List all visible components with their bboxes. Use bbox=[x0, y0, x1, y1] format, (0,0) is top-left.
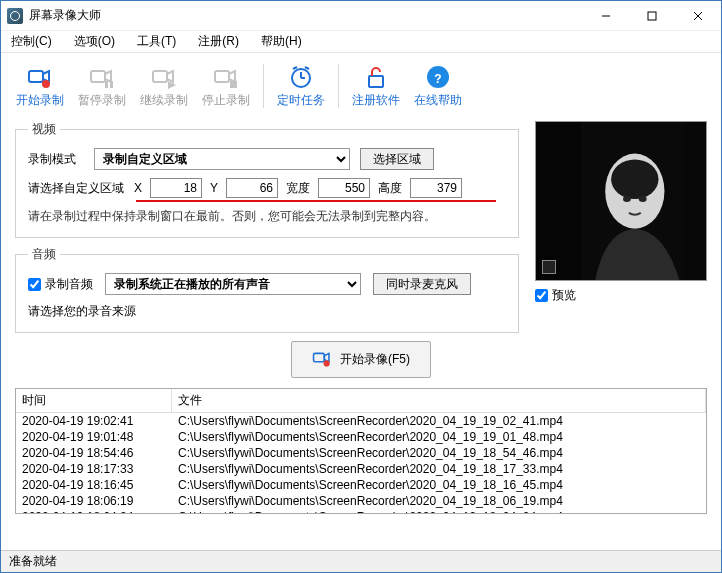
svg-point-26 bbox=[324, 360, 330, 366]
select-area-button[interactable]: 选择区域 bbox=[360, 148, 434, 170]
preview-image bbox=[535, 121, 707, 281]
table-row[interactable]: 2020-04-19 19:01:48C:\Users\flywi\Docume… bbox=[16, 429, 706, 445]
help-icon: ? bbox=[425, 64, 451, 90]
table-row[interactable]: 2020-04-19 18:06:19C:\Users\flywi\Docume… bbox=[16, 493, 706, 509]
cell-time: 2020-04-19 19:02:41 bbox=[16, 413, 172, 429]
svg-rect-1 bbox=[648, 12, 656, 20]
cell-file: C:\Users\flywi\Documents\ScreenRecorder\… bbox=[172, 413, 706, 429]
col-time[interactable]: 时间 bbox=[16, 389, 172, 412]
cell-time: 2020-04-19 18:06:19 bbox=[16, 493, 172, 509]
tool-stop-record[interactable]: 停止录制 bbox=[197, 58, 255, 114]
svg-point-20 bbox=[611, 160, 658, 200]
cell-file: C:\Users\flywi\Documents\ScreenRecorder\… bbox=[172, 493, 706, 509]
app-icon bbox=[7, 8, 23, 24]
menubar: 控制(C) 选项(O) 工具(T) 注册(R) 帮助(H) bbox=[1, 31, 721, 53]
preview-panel: 预览 bbox=[535, 121, 707, 333]
toolbar-separator bbox=[263, 64, 264, 108]
video-group: 视频 录制模式 录制自定义区域 选择区域 请选择自定义区域 X Y 宽度 bbox=[15, 121, 519, 238]
menu-register[interactable]: 注册(R) bbox=[194, 31, 243, 52]
svg-rect-9 bbox=[153, 71, 167, 82]
audio-group: 音频 录制音频 录制系统正在播放的所有声音 同时录麦克风 请选择您的录音来源 bbox=[15, 246, 519, 333]
status-text: 准备就绪 bbox=[9, 553, 57, 570]
table-row[interactable]: 2020-04-19 18:17:33C:\Users\flywi\Docume… bbox=[16, 461, 706, 477]
cell-file: C:\Users\flywi\Documents\ScreenRecorder\… bbox=[172, 429, 706, 445]
clock-icon bbox=[288, 64, 314, 90]
tool-start-record[interactable]: 开始录制 bbox=[11, 58, 69, 114]
camera-pause-icon bbox=[89, 64, 115, 90]
svg-point-21 bbox=[623, 196, 631, 202]
table-row[interactable]: 2020-04-19 18:04:24C:\Users\flywi\Docume… bbox=[16, 509, 706, 514]
minimize-button[interactable] bbox=[583, 1, 629, 31]
camera-stop-icon bbox=[213, 64, 239, 90]
menu-options[interactable]: 选项(O) bbox=[70, 31, 119, 52]
width-label: 宽度 bbox=[284, 180, 312, 197]
record-audio-checkbox[interactable]: 录制音频 bbox=[28, 276, 93, 293]
cell-time: 2020-04-19 18:16:45 bbox=[16, 477, 172, 493]
cell-file: C:\Users\flywi\Documents\ScreenRecorder\… bbox=[172, 477, 706, 493]
cell-time: 2020-04-19 18:04:24 bbox=[16, 509, 172, 514]
mic-button[interactable]: 同时录麦克风 bbox=[373, 273, 471, 295]
video-note: 请在录制过程中保持录制窗口在最前。否则，您可能会无法录制到完整内容。 bbox=[28, 208, 506, 225]
mode-label: 录制模式 bbox=[28, 151, 84, 168]
svg-rect-7 bbox=[105, 81, 108, 88]
tool-resume-record[interactable]: 继续录制 bbox=[135, 58, 193, 114]
audio-src-label: 请选择您的录音来源 bbox=[28, 303, 506, 320]
svg-rect-10 bbox=[215, 71, 229, 82]
camera-record-icon bbox=[312, 348, 332, 371]
recordings-list[interactable]: 时间 文件 2020-04-19 19:02:41C:\Users\flywi\… bbox=[15, 388, 707, 514]
svg-rect-8 bbox=[110, 81, 113, 88]
svg-point-22 bbox=[639, 196, 647, 202]
cell-time: 2020-04-19 19:01:48 bbox=[16, 429, 172, 445]
menu-control[interactable]: 控制(C) bbox=[7, 31, 56, 52]
menu-help[interactable]: 帮助(H) bbox=[257, 31, 306, 52]
window-title: 屏幕录像大师 bbox=[29, 7, 583, 24]
preview-checkbox[interactable]: 预览 bbox=[535, 287, 707, 304]
y-input[interactable] bbox=[226, 178, 278, 198]
unlock-icon bbox=[363, 64, 389, 90]
table-row[interactable]: 2020-04-19 18:54:46C:\Users\flywi\Docume… bbox=[16, 445, 706, 461]
close-button[interactable] bbox=[675, 1, 721, 31]
width-input[interactable] bbox=[318, 178, 370, 198]
audio-legend: 音频 bbox=[28, 246, 60, 263]
tool-online-help[interactable]: ? 在线帮助 bbox=[409, 58, 467, 114]
highlight-underline bbox=[136, 200, 496, 202]
svg-text:?: ? bbox=[434, 72, 441, 86]
custom-area-label: 请选择自定义区域 bbox=[28, 180, 124, 197]
list-header: 时间 文件 bbox=[16, 389, 706, 413]
titlebar: 屏幕录像大师 bbox=[1, 1, 721, 31]
table-row[interactable]: 2020-04-19 18:16:45C:\Users\flywi\Docume… bbox=[16, 477, 706, 493]
svg-rect-6 bbox=[91, 71, 105, 82]
record-audio-input[interactable] bbox=[28, 278, 41, 291]
record-mode-select[interactable]: 录制自定义区域 bbox=[94, 148, 350, 170]
toolbar: 开始录制 暂停录制 继续录制 停止录制 定时任务 注册软件 ? 在线帮助 bbox=[1, 53, 721, 117]
tool-pause-record[interactable]: 暂停录制 bbox=[73, 58, 131, 114]
svg-rect-25 bbox=[314, 353, 325, 361]
x-input[interactable] bbox=[150, 178, 202, 198]
svg-rect-24 bbox=[684, 122, 706, 280]
audio-source-select[interactable]: 录制系统正在播放的所有声音 bbox=[105, 273, 361, 295]
svg-rect-23 bbox=[536, 122, 580, 280]
start-record-button[interactable]: 开始录像(F5) bbox=[291, 341, 431, 378]
x-label: X bbox=[132, 181, 144, 195]
preview-input[interactable] bbox=[535, 289, 548, 302]
height-input[interactable] bbox=[410, 178, 462, 198]
menu-tools[interactable]: 工具(T) bbox=[133, 31, 180, 52]
camera-play-icon bbox=[151, 64, 177, 90]
col-file[interactable]: 文件 bbox=[172, 389, 706, 412]
video-legend: 视频 bbox=[28, 121, 60, 138]
svg-rect-4 bbox=[29, 71, 43, 82]
svg-rect-15 bbox=[369, 76, 383, 87]
table-row[interactable]: 2020-04-19 19:02:41C:\Users\flywi\Docume… bbox=[16, 413, 706, 429]
camera-record-icon bbox=[27, 64, 53, 90]
cell-file: C:\Users\flywi\Documents\ScreenRecorder\… bbox=[172, 445, 706, 461]
cell-time: 2020-04-19 18:17:33 bbox=[16, 461, 172, 477]
svg-rect-11 bbox=[230, 81, 237, 88]
cell-file: C:\Users\flywi\Documents\ScreenRecorder\… bbox=[172, 509, 706, 514]
maximize-button[interactable] bbox=[629, 1, 675, 31]
overlay-icon bbox=[542, 260, 556, 274]
tool-schedule[interactable]: 定时任务 bbox=[272, 58, 330, 114]
y-label: Y bbox=[208, 181, 220, 195]
cell-time: 2020-04-19 18:54:46 bbox=[16, 445, 172, 461]
tool-register[interactable]: 注册软件 bbox=[347, 58, 405, 114]
toolbar-separator bbox=[338, 64, 339, 108]
